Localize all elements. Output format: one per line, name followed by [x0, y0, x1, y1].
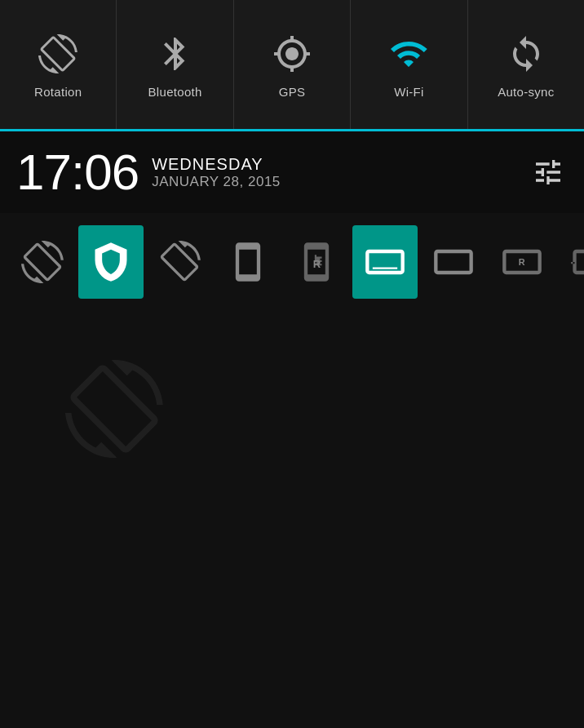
svg-text:R: R: [519, 257, 525, 267]
date-full: JANUARY 28, 2015: [152, 174, 281, 190]
rot-landscape-active[interactable]: [352, 225, 418, 299]
rot-auto[interactable]: [10, 225, 75, 299]
wifi-icon: [386, 31, 431, 77]
rotation-icon: [35, 31, 81, 77]
time-display: 17:06 WEDNESDAY JANUARY 28, 2015: [16, 147, 281, 198]
ghost-rotation-icon: [65, 360, 163, 458]
main-content: [0, 311, 584, 728]
rot-portrait-r[interactable]: R: [284, 225, 349, 299]
qs-gps[interactable]: GPS: [234, 0, 351, 129]
bluetooth-label: Bluetooth: [148, 85, 202, 99]
qs-bluetooth[interactable]: Bluetooth: [117, 0, 233, 129]
qs-wifi[interactable]: Wi-Fi: [351, 0, 467, 129]
gps-label: GPS: [279, 85, 306, 99]
wifi-label: Wi-Fi: [394, 85, 423, 99]
date-block: WEDNESDAY JANUARY 28, 2015: [152, 155, 281, 190]
qs-rotation[interactable]: Rotation: [0, 0, 117, 129]
qs-autosync[interactable]: Auto-sync: [468, 0, 584, 129]
settings-sliders-button[interactable]: [529, 153, 568, 192]
rotation-selector: R R: [0, 213, 584, 311]
current-time: 17:06: [16, 147, 139, 198]
bluetooth-icon: [153, 31, 198, 77]
rotation-label: Rotation: [34, 85, 82, 99]
rot-landscape[interactable]: [421, 225, 486, 299]
quick-settings-bar: Rotation Bluetooth GPS Wi-Fi: [0, 0, 584, 131]
rot-landscape-flip[interactable]: [558, 225, 584, 299]
time-bar: 17:06 WEDNESDAY JANUARY 28, 2015: [0, 131, 584, 213]
autosync-label: Auto-sync: [498, 85, 554, 99]
autosync-icon: [503, 31, 549, 77]
rot-portrait[interactable]: [215, 225, 281, 299]
rot-portrait-lock[interactable]: [78, 225, 144, 299]
gps-icon: [269, 31, 315, 77]
svg-text:R: R: [313, 258, 321, 270]
rot-landscape-r[interactable]: R: [489, 225, 555, 299]
day-name: WEDNESDAY: [152, 155, 281, 174]
rot-landscape-lock[interactable]: [147, 225, 212, 299]
